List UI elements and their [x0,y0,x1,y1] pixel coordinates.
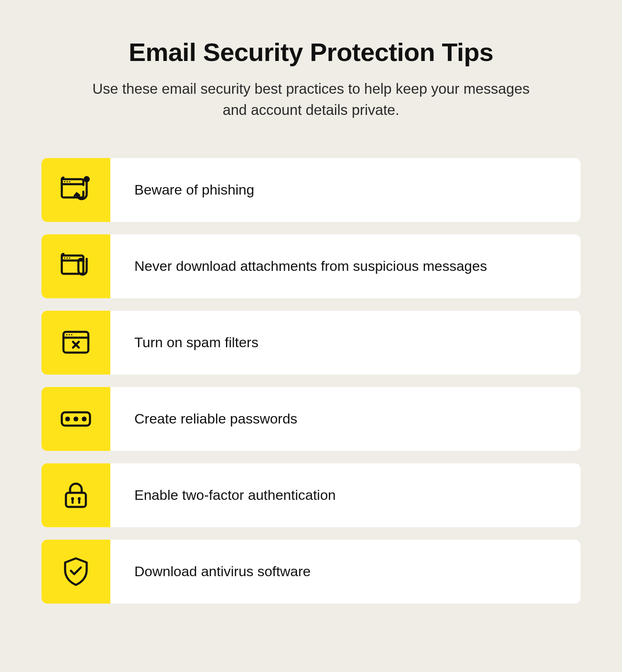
svg-point-8 [69,257,70,258]
svg-rect-29 [66,493,86,507]
tip-icon-box [41,463,110,527]
attachment-window-icon [59,250,92,283]
page-title: Email Security Protection Tips [41,37,581,67]
svg-point-13 [71,334,72,335]
lock-2fa-icon [59,479,92,512]
tip-label: Beware of phishing [110,158,581,222]
tip-row: Beware of phishing [41,158,581,222]
header: Email Security Protection Tips Use these… [41,37,581,121]
tip-label: Enable two-factor authentication [110,463,581,527]
password-field-icon [59,402,92,436]
svg-point-11 [66,334,67,335]
tip-icon-box [41,540,110,604]
tip-label: Create reliable passwords [110,387,581,451]
spam-window-icon [59,326,92,359]
shield-check-icon [59,555,92,588]
tip-icon-box [41,158,110,222]
tip-row: Never download attachments from suspicio… [41,234,581,298]
svg-point-1 [64,181,65,182]
phishing-hook-icon [59,173,92,207]
tip-label: Download antivirus software [110,540,581,604]
svg-point-6 [64,257,65,258]
svg-point-2 [66,181,68,182]
svg-point-12 [68,334,70,335]
svg-point-4 [85,177,89,181]
svg-point-3 [69,181,70,182]
tip-row: Enable two-factor authentication [41,463,581,527]
tips-list: Beware of phishing Never download attach… [41,158,581,604]
tip-label: Never download attachments from suspicio… [110,234,581,298]
tip-label: Turn on spam filters [110,311,581,375]
tip-row: Turn on spam filters [41,311,581,375]
tip-icon-box [41,387,110,451]
tip-icon-box [41,311,110,375]
tip-row: Download antivirus software [41,540,581,604]
tip-icon-box [41,234,110,298]
tip-row: Create reliable passwords [41,387,581,451]
page-subtitle: Use these email security best practices … [83,78,539,121]
svg-point-7 [66,257,68,258]
